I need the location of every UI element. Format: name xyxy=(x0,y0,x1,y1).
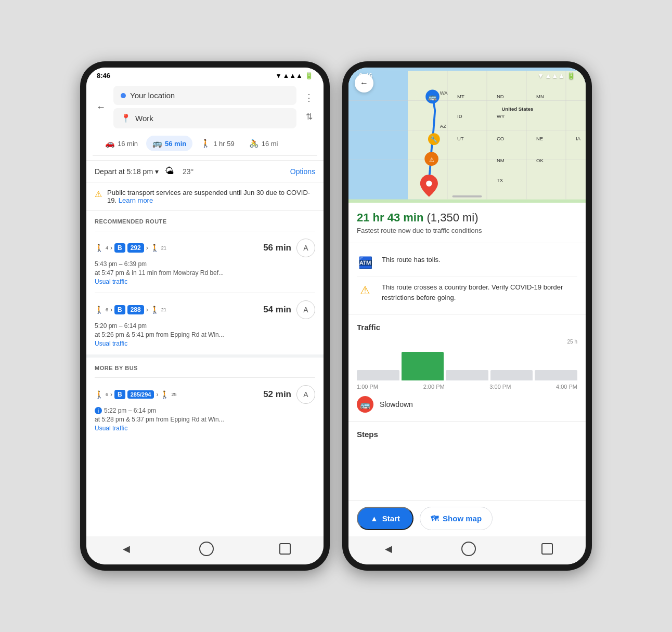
tolls-text: This route has tolls. xyxy=(382,255,441,265)
bar-4 xyxy=(490,370,533,380)
status-icons-left: ▾ ▲▲▲ 🔋 xyxy=(277,72,313,80)
svg-text:🚌: 🚌 xyxy=(428,93,437,101)
svg-text:WA: WA xyxy=(440,90,448,96)
route-traffic-1: Usual traffic xyxy=(95,278,315,285)
info-cards: 🏧 This route has tolls. ⚠ This route cro… xyxy=(348,243,586,314)
action-bar: ▲ Start 🗺 Show map xyxy=(348,500,586,536)
back-nav-button[interactable]: ◀ xyxy=(119,542,134,556)
depart-label: Depart at 5:18 pm xyxy=(95,167,153,176)
map-back-button[interactable]: ← xyxy=(355,74,373,93)
route-traffic-3: Usual traffic xyxy=(95,425,315,432)
depart-text[interactable]: Depart at 5:18 pm ▾ xyxy=(95,167,159,176)
svg-text:ID: ID xyxy=(457,113,462,119)
more-options-button[interactable]: ⋮ xyxy=(301,89,317,106)
tab-car[interactable]: 🚗 16 min xyxy=(99,136,144,151)
chart-labels: 1:00 PM 2:00 PM 3:00 PM 4:00 PM xyxy=(357,384,577,390)
svg-text:AZ: AZ xyxy=(440,123,446,129)
bottom-nav-right: ◀ xyxy=(348,536,586,564)
border-icon: ⚠ xyxy=(357,282,373,299)
left-phone: 8:46 ▾ ▲▲▲ 🔋 ← Your location xyxy=(80,61,330,571)
destination-field[interactable]: 📍 Work xyxy=(113,108,296,128)
transit-time: 56 min xyxy=(165,140,186,148)
svg-text:OK: OK xyxy=(536,157,544,163)
route-avatar-1[interactable]: A xyxy=(296,239,315,257)
walk-end-num-3: 25 xyxy=(171,392,176,397)
route-detail-3: at 5:28 pm & 5:37 pm from Epping Rd at W… xyxy=(95,416,315,423)
swap-directions-button[interactable]: ⇅ xyxy=(301,108,317,125)
traffic-chart xyxy=(357,339,577,380)
svg-text:United States: United States xyxy=(502,106,534,112)
route-avatar-2[interactable]: A xyxy=(296,300,315,319)
temperature: 23° xyxy=(183,167,193,176)
map-svg: United States MT ND MN ID WY UT CO NE IA… xyxy=(348,68,586,203)
bus-badge-b-2: B xyxy=(114,305,125,314)
signal-icon-r: ▲▲▲ xyxy=(545,72,565,80)
back-button[interactable]: ← xyxy=(93,99,109,115)
battery-icon: 🔋 xyxy=(305,72,313,80)
route-detail-info: i 5:22 pm – 6:14 pm xyxy=(95,407,315,414)
border-text: This route crosses a country border. Ver… xyxy=(382,282,577,302)
depart-arrow: ▾ xyxy=(155,167,159,176)
wifi-icon-r: ▾ xyxy=(539,72,542,80)
tab-walk[interactable]: 🚶 1 hr 59 xyxy=(195,136,240,151)
svg-text:IA: IA xyxy=(576,136,581,141)
back-nav-button-r[interactable]: ◀ xyxy=(381,542,396,556)
location-inputs: Your location 📍 Work xyxy=(113,86,296,128)
show-map-label: Show map xyxy=(443,514,482,523)
walk-end-icon-3: 🚶 xyxy=(160,390,169,399)
arrow-2: › xyxy=(146,244,148,252)
learn-more-link[interactable]: Learn more xyxy=(119,196,153,204)
tab-bike[interactable]: 🚴 16 mi xyxy=(243,136,285,151)
arrow-4: › xyxy=(146,306,148,313)
route-row-3: 🚶 6 › B 285/294 › 🚶 25 52 min A xyxy=(95,385,315,404)
origin-field[interactable]: Your location xyxy=(113,86,296,105)
arrow-1: › xyxy=(110,244,112,252)
map-icon: 🗺 xyxy=(431,514,438,523)
route-avatar-3[interactable]: A xyxy=(296,385,315,404)
more-bus-section: MORE BY BUS 🚶 6 › B 285/294 › 🚶 25 xyxy=(86,354,324,439)
bottom-nav-left: ◀ xyxy=(86,536,324,564)
signal-icon: ▲▲▲ xyxy=(282,72,303,80)
recents-nav-button[interactable] xyxy=(279,543,291,555)
svg-text:TX: TX xyxy=(497,177,503,183)
svg-text:🔧: 🔧 xyxy=(430,136,438,143)
nav-header: ← Your location 📍 Work ⋮ ⇅ xyxy=(86,82,324,161)
route-duration: 21 hr 43 min (1,350 mi) xyxy=(357,211,577,225)
home-nav-button[interactable] xyxy=(199,542,214,556)
bus-number-2: 288 xyxy=(127,305,144,314)
start-button[interactable]: ▲ Start xyxy=(357,507,413,530)
svg-text:WY: WY xyxy=(497,113,505,119)
arrow-6: › xyxy=(156,391,158,398)
bar-3 xyxy=(446,370,488,380)
svg-rect-32 xyxy=(453,195,482,198)
chart-wrapper: 25 h 1:00 PM 2:00 PM 3:00 PM 4:00 PM xyxy=(357,339,577,390)
route-time-2: 54 min xyxy=(263,305,291,315)
destination-dot: 📍 xyxy=(121,113,131,123)
route-time-3: 52 min xyxy=(263,389,291,400)
chart-label-4pm: 4:00 PM xyxy=(556,384,577,390)
svg-text:MN: MN xyxy=(536,94,544,99)
recents-nav-button-r[interactable] xyxy=(541,543,553,555)
bus-badge-b-3: B xyxy=(114,390,125,399)
route-card-3: 🚶 6 › B 285/294 › 🚶 25 52 min A xyxy=(95,377,315,439)
alert-banner: ⚠ Public transport services are suspende… xyxy=(86,182,324,211)
route-traffic-2: Usual traffic xyxy=(95,340,315,347)
recommended-label: RECOMMENDED ROUTE xyxy=(95,218,315,225)
walk-end-num-2: 21 xyxy=(161,307,166,312)
border-row: ⚠ This route crosses a country border. V… xyxy=(357,276,577,308)
route-icons-1: 🚶 4 › B 292 › 🚶 21 xyxy=(95,243,166,253)
tab-transit[interactable]: 🚌 56 min xyxy=(146,136,192,151)
route-icons-2: 🚶 6 › B 288 › 🚶 21 xyxy=(95,305,166,314)
chart-label-3pm: 3:00 PM xyxy=(489,384,511,390)
bar-5 xyxy=(535,370,577,380)
traffic-title: Traffic xyxy=(357,323,577,332)
route-detail-1: at 5:47 pm & in 11 min from Mowbray Rd b… xyxy=(95,269,315,276)
walk-start-icon: 🚶 xyxy=(95,244,104,252)
chart-label-2pm: 2:00 PM xyxy=(423,384,445,390)
home-nav-button-r[interactable] xyxy=(461,542,476,556)
show-map-button[interactable]: 🗺 Show map xyxy=(420,507,493,530)
right-content: 21 hr 43 min (1,350 mi) Fastest route no… xyxy=(348,203,586,500)
route-card-2: 🚶 6 › B 288 › 🚶 21 54 min A xyxy=(95,293,315,354)
route-info: 21 hr 43 min (1,350 mi) Fastest route no… xyxy=(348,203,586,243)
options-button[interactable]: Options xyxy=(290,167,315,176)
